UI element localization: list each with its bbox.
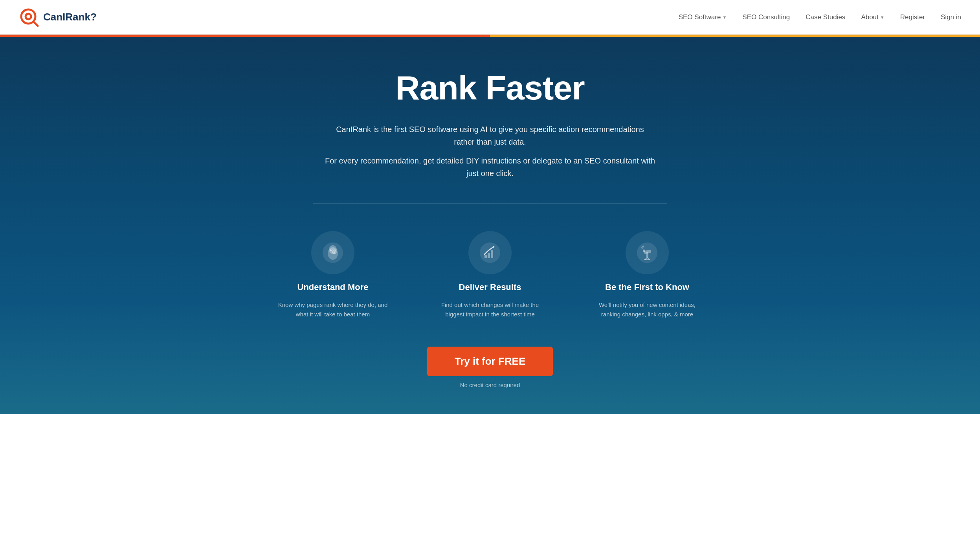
- logo-text: CanIRank?: [43, 11, 97, 23]
- nav-item-seo-consulting[interactable]: SEO Consulting: [742, 13, 790, 21]
- feature-desc-firsttoknow: We'll notify you of new content ideas, r…: [592, 300, 702, 319]
- features-row: $ Understand More Know why pages rank wh…: [254, 231, 726, 319]
- nav-links: SEO Software ▼ SEO Consulting Case Studi…: [679, 13, 961, 21]
- feature-desc-understand: Know why pages rank where they do, and w…: [278, 300, 388, 319]
- feature-deliver-results: Deliver Results Find out which changes w…: [435, 231, 545, 319]
- hero-subtitle-1: CanIRank is the first SEO software using…: [329, 123, 651, 148]
- nav-item-signin[interactable]: Sign in: [941, 13, 961, 21]
- svg-line-2: [33, 22, 38, 26]
- svg-rect-9: [484, 255, 487, 258]
- logo-icon: [19, 7, 39, 28]
- svg-rect-15: [646, 252, 648, 257]
- nav-link-signin[interactable]: Sign in: [941, 13, 961, 21]
- feature-first-to-know: Be the First to Know We'll notify you of…: [592, 231, 702, 319]
- nav-link-seo-software[interactable]: SEO Software ▼: [679, 13, 727, 21]
- nav-item-about[interactable]: About ▼: [861, 13, 884, 21]
- chevron-down-icon-about: ▼: [880, 15, 885, 20]
- svg-text:$: $: [334, 251, 335, 254]
- nav-item-case-studies[interactable]: Case Studies: [806, 13, 845, 21]
- first-to-know-icon: [626, 231, 669, 274]
- nav-link-case-studies[interactable]: Case Studies: [806, 13, 845, 21]
- svg-point-8: [480, 242, 500, 263]
- logo[interactable]: CanIRank?: [19, 7, 97, 28]
- cta-note: No credit card required: [460, 382, 520, 388]
- hero-divider: [313, 203, 667, 204]
- svg-point-1: [26, 14, 31, 19]
- svg-rect-11: [491, 250, 493, 258]
- chevron-down-icon: ▼: [722, 15, 727, 20]
- feature-title-understand: Understand More: [297, 282, 369, 292]
- nav-link-register[interactable]: Register: [900, 13, 925, 21]
- cta-button[interactable]: Try it for FREE: [427, 347, 553, 376]
- feature-desc-deliver: Find out which changes will make the big…: [435, 300, 545, 319]
- svg-rect-10: [488, 253, 490, 258]
- nav-item-register[interactable]: Register: [900, 13, 925, 21]
- navbar: CanIRank? SEO Software ▼ SEO Consulting …: [0, 0, 980, 35]
- deliver-results-icon: [468, 231, 512, 274]
- svg-point-19: [643, 250, 645, 252]
- understand-more-icon: $: [311, 231, 354, 274]
- hero-section: Rank Faster CanIRank is the first SEO so…: [0, 37, 980, 414]
- feature-title-firsttoknow: Be the First to Know: [605, 282, 689, 292]
- feature-understand-more: $ Understand More Know why pages rank wh…: [278, 231, 388, 319]
- hero-subtitle-2: For every recommendation, get detailed D…: [321, 154, 659, 180]
- hero-title: Rank Faster: [395, 68, 584, 107]
- nav-link-about[interactable]: About ▼: [861, 13, 884, 21]
- nav-item-seo-software[interactable]: SEO Software ▼: [679, 13, 727, 21]
- nav-link-seo-consulting[interactable]: SEO Consulting: [742, 13, 790, 21]
- feature-title-deliver: Deliver Results: [459, 282, 521, 292]
